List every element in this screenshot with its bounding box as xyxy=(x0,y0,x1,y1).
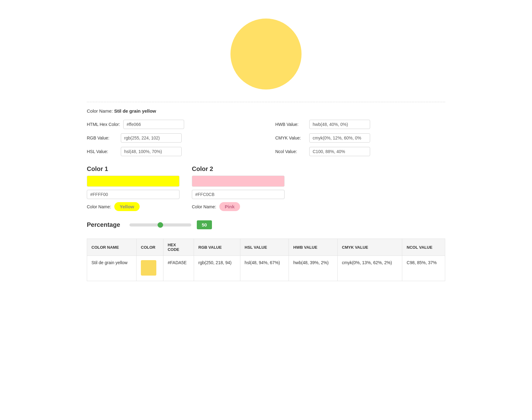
ncol-input[interactable] xyxy=(309,147,370,156)
th-rgb: RGB VALUE xyxy=(194,239,240,256)
html-hex-label: HTML Hex Color: xyxy=(87,122,120,127)
td-ncol: C98, 85%, 37% xyxy=(402,256,445,281)
color2-name-row: Color Name: Pink xyxy=(192,202,285,211)
th-hsl: HSL VALUE xyxy=(240,239,289,256)
left-fields: HTML Hex Color: RGB Value: HSL Value: xyxy=(87,120,257,156)
hsl-row: HSL Value: xyxy=(87,147,257,156)
table-row: Stil de grain yellow#FADA5Ergb(250, 218,… xyxy=(87,256,445,281)
th-cmyk: CMYK VALUE xyxy=(337,239,402,256)
th-color: COLOR xyxy=(137,239,163,256)
color1-title: Color 1 xyxy=(87,165,179,173)
hwb-row: HWB Value: xyxy=(275,120,445,129)
td-rgb: rgb(250, 218, 94) xyxy=(194,256,240,281)
section-divider xyxy=(87,102,445,102)
color2-name-label: Color Name: xyxy=(192,204,216,209)
rgb-row: RGB Value: xyxy=(87,133,257,143)
rgb-label: RGB Value: xyxy=(87,135,118,140)
color-name-value: Stil de grain yellow xyxy=(114,108,156,114)
td-hwb: hwb(48, 39%, 2%) xyxy=(289,256,337,281)
color1-hex-input[interactable] xyxy=(87,190,179,199)
color2-title: Color 2 xyxy=(192,165,285,173)
hwb-input[interactable] xyxy=(309,120,370,129)
th-hwb: HWB VALUE xyxy=(289,239,337,256)
cmyk-row: CMYK Value: xyxy=(275,133,445,143)
ncol-label: Ncol Value: xyxy=(275,149,306,154)
info-grid: HTML Hex Color: RGB Value: HSL Value: HW… xyxy=(87,120,445,156)
color1-badge: Yellow xyxy=(114,202,140,211)
th-ncol: NCOL VALUE xyxy=(402,239,445,256)
th-color-name: COLOR NAME xyxy=(87,239,137,256)
color1-name-row: Color Name: Yellow xyxy=(87,202,179,211)
color2-hex-input[interactable] xyxy=(192,190,285,199)
color-name-label: Color Name: xyxy=(87,108,113,114)
percentage-section: Percentage 50 xyxy=(87,220,445,229)
td-cmyk: cmyk(0%, 13%, 62%, 2%) xyxy=(337,256,402,281)
hsl-label: HSL Value: xyxy=(87,149,118,154)
cmyk-label: CMYK Value: xyxy=(275,135,306,140)
td-color-name: Stil de grain yellow xyxy=(87,256,137,281)
rgb-input[interactable] xyxy=(121,133,182,143)
td-color-swatch xyxy=(137,256,163,281)
ncol-row: Ncol Value: xyxy=(275,147,445,156)
color-compare-section: Color 1 Color Name: Yellow Color 2 Color… xyxy=(87,165,445,211)
color-preview-circle xyxy=(230,19,302,89)
color-name-section: Color Name: Stil de grain yellow xyxy=(87,108,445,114)
td-hex: #FADA5E xyxy=(163,256,194,281)
percentage-value: 50 xyxy=(197,220,212,229)
right-fields: HWB Value: CMYK Value: Ncol Value: xyxy=(275,120,445,156)
html-hex-row: HTML Hex Color: xyxy=(87,120,257,129)
color-table: COLOR NAME COLOR HEXCODE RGB VALUE HSL V… xyxy=(87,239,445,281)
color1-name-label: Color Name: xyxy=(87,204,111,209)
percentage-track[interactable] xyxy=(129,223,191,227)
color2-badge: Pink xyxy=(219,202,240,211)
percentage-label: Percentage xyxy=(87,221,124,228)
td-hsl: hsl(48, 94%, 67%) xyxy=(240,256,289,281)
cmyk-input[interactable] xyxy=(309,133,370,143)
hwb-label: HWB Value: xyxy=(275,122,306,127)
hsl-input[interactable] xyxy=(121,147,182,156)
percentage-thumb[interactable] xyxy=(158,222,163,228)
color2-swatch xyxy=(192,176,285,187)
color2-box: Color 2 Color Name: Pink xyxy=(192,165,285,211)
color1-box: Color 1 Color Name: Yellow xyxy=(87,165,179,211)
table-header-row: COLOR NAME COLOR HEXCODE RGB VALUE HSL V… xyxy=(87,239,445,256)
th-hex: HEXCODE xyxy=(163,239,194,256)
html-hex-input[interactable] xyxy=(123,120,184,129)
color1-swatch xyxy=(87,176,179,187)
color-circle-section xyxy=(87,9,445,102)
